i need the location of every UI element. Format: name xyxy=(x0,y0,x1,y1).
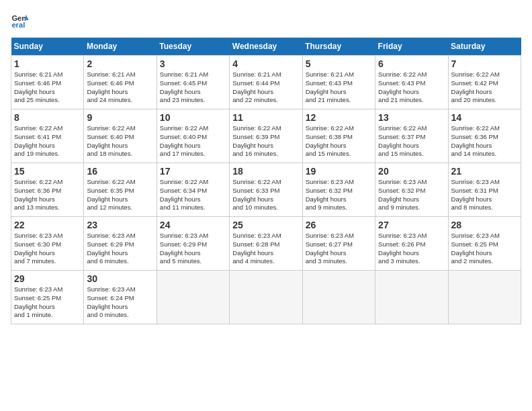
day-header: Saturday xyxy=(448,38,521,56)
day-number: 5 xyxy=(306,58,372,69)
cell-info: Sunrise: 6:21 AMSunset: 6:44 PMDaylight … xyxy=(232,71,281,103)
calendar-cell: 26 Sunrise: 6:23 AMSunset: 6:27 PMDaylig… xyxy=(302,217,375,271)
cell-info: Sunrise: 6:22 AMSunset: 6:38 PMDaylight … xyxy=(306,124,354,157)
day-header: Friday xyxy=(375,38,448,56)
calendar-week: 29 Sunrise: 6:23 AMSunset: 6:25 PMDaylig… xyxy=(11,271,521,324)
calendar-cell: 27 Sunrise: 6:23 AMSunset: 6:26 PMDaylig… xyxy=(375,217,448,271)
cell-info: Sunrise: 6:23 AMSunset: 6:27 PMDaylight … xyxy=(306,232,354,265)
svg-text:eral: eral xyxy=(11,21,25,29)
day-number: 8 xyxy=(14,112,81,123)
day-number: 12 xyxy=(306,112,372,123)
calendar-cell: 13 Sunrise: 6:22 AMSunset: 6:37 PMDaylig… xyxy=(375,109,448,163)
day-number: 28 xyxy=(451,220,518,230)
calendar-cell: 30 Sunrise: 6:23 AMSunset: 6:24 PMDaylig… xyxy=(84,271,157,324)
calendar-cell: 20 Sunrise: 6:23 AMSunset: 6:32 PMDaylig… xyxy=(375,163,448,217)
day-number: 20 xyxy=(378,166,445,177)
calendar-cell: 22 Sunrise: 6:23 AMSunset: 6:30 PMDaylig… xyxy=(11,217,84,271)
calendar-week: 22 Sunrise: 6:23 AMSunset: 6:30 PMDaylig… xyxy=(11,217,521,271)
calendar-week: 15 Sunrise: 6:22 AMSunset: 6:36 PMDaylig… xyxy=(11,163,521,217)
cell-info: Sunrise: 6:23 AMSunset: 6:28 PMDaylight … xyxy=(232,232,281,265)
day-number: 11 xyxy=(232,112,299,123)
day-number: 14 xyxy=(451,112,518,123)
cell-info: Sunrise: 6:21 AMSunset: 6:46 PMDaylight … xyxy=(14,71,62,103)
day-number: 2 xyxy=(87,58,153,69)
cell-info: Sunrise: 6:22 AMSunset: 6:37 PMDaylight … xyxy=(378,124,427,157)
calendar-cell: 19 Sunrise: 6:23 AMSunset: 6:32 PMDaylig… xyxy=(302,163,375,217)
day-number: 27 xyxy=(378,220,445,230)
calendar-cell: 1 Sunrise: 6:21 AMSunset: 6:46 PMDayligh… xyxy=(11,56,84,109)
calendar-cell: 28 Sunrise: 6:23 AMSunset: 6:25 PMDaylig… xyxy=(448,217,521,271)
cell-info: Sunrise: 6:22 AMSunset: 6:43 PMDaylight … xyxy=(378,71,427,103)
calendar-cell: 12 Sunrise: 6:22 AMSunset: 6:38 PMDaylig… xyxy=(302,109,375,163)
calendar-cell: 25 Sunrise: 6:23 AMSunset: 6:28 PMDaylig… xyxy=(230,217,302,271)
calendar-cell: 16 Sunrise: 6:22 AMSunset: 6:35 PMDaylig… xyxy=(84,163,157,217)
calendar-cell: 17 Sunrise: 6:22 AMSunset: 6:34 PMDaylig… xyxy=(157,163,229,217)
day-number: 25 xyxy=(232,220,299,230)
day-number: 6 xyxy=(378,58,445,69)
day-number: 13 xyxy=(378,112,445,123)
cell-info: Sunrise: 6:21 AMSunset: 6:43 PMDaylight … xyxy=(306,71,354,103)
day-number: 4 xyxy=(232,58,299,69)
calendar-week: 8 Sunrise: 6:22 AMSunset: 6:41 PMDayligh… xyxy=(11,109,521,163)
cell-info: Sunrise: 6:22 AMSunset: 6:42 PMDaylight … xyxy=(451,71,500,103)
day-number: 22 xyxy=(14,220,81,230)
day-number: 3 xyxy=(160,58,226,69)
day-number: 10 xyxy=(160,112,226,123)
cell-info: Sunrise: 6:21 AMSunset: 6:45 PMDaylight … xyxy=(160,71,208,103)
cell-info: Sunrise: 6:23 AMSunset: 6:24 PMDaylight … xyxy=(87,285,135,318)
cell-info: Sunrise: 6:23 AMSunset: 6:29 PMDaylight … xyxy=(87,232,135,265)
calendar-cell: 4 Sunrise: 6:21 AMSunset: 6:44 PMDayligh… xyxy=(230,56,302,109)
day-number: 16 xyxy=(87,166,153,177)
calendar-cell: 24 Sunrise: 6:23 AMSunset: 6:29 PMDaylig… xyxy=(157,217,229,271)
day-header: Thursday xyxy=(302,38,375,56)
logo: Gen eral xyxy=(11,11,32,30)
day-number: 21 xyxy=(451,166,518,177)
day-number: 9 xyxy=(87,112,153,123)
calendar-cell: 11 Sunrise: 6:22 AMSunset: 6:39 PMDaylig… xyxy=(230,109,302,163)
day-header: Wednesday xyxy=(230,38,302,56)
calendar-cell xyxy=(302,271,375,324)
calendar-cell: 7 Sunrise: 6:22 AMSunset: 6:42 PMDayligh… xyxy=(448,56,521,109)
calendar-cell xyxy=(157,271,229,324)
day-number: 7 xyxy=(451,58,518,69)
day-number: 24 xyxy=(160,220,226,230)
day-number: 15 xyxy=(14,166,81,177)
calendar-cell: 9 Sunrise: 6:22 AMSunset: 6:40 PMDayligh… xyxy=(84,109,157,163)
day-header: Monday xyxy=(84,38,157,56)
day-number: 23 xyxy=(87,220,153,230)
calendar-cell xyxy=(448,271,521,324)
calendar-cell xyxy=(375,271,448,324)
cell-info: Sunrise: 6:22 AMSunset: 6:34 PMDaylight … xyxy=(160,178,208,211)
cell-info: Sunrise: 6:23 AMSunset: 6:26 PMDaylight … xyxy=(378,232,427,265)
calendar-cell: 5 Sunrise: 6:21 AMSunset: 6:43 PMDayligh… xyxy=(302,56,375,109)
cell-info: Sunrise: 6:23 AMSunset: 6:32 PMDaylight … xyxy=(378,178,427,211)
calendar-cell: 21 Sunrise: 6:23 AMSunset: 6:31 PMDaylig… xyxy=(448,163,521,217)
cell-info: Sunrise: 6:23 AMSunset: 6:25 PMDaylight … xyxy=(451,232,500,265)
day-number: 1 xyxy=(14,58,81,69)
cell-info: Sunrise: 6:23 AMSunset: 6:31 PMDaylight … xyxy=(451,178,500,211)
cell-info: Sunrise: 6:22 AMSunset: 6:36 PMDaylight … xyxy=(451,124,500,157)
day-header: Tuesday xyxy=(157,38,229,56)
cell-info: Sunrise: 6:23 AMSunset: 6:30 PMDaylight … xyxy=(14,232,62,265)
calendar-week: 1 Sunrise: 6:21 AMSunset: 6:46 PMDayligh… xyxy=(11,56,521,109)
calendar-cell: 23 Sunrise: 6:23 AMSunset: 6:29 PMDaylig… xyxy=(84,217,157,271)
day-header: Sunday xyxy=(11,38,84,56)
calendar-cell: 14 Sunrise: 6:22 AMSunset: 6:36 PMDaylig… xyxy=(448,109,521,163)
day-number: 26 xyxy=(306,220,372,230)
cell-info: Sunrise: 6:22 AMSunset: 6:33 PMDaylight … xyxy=(232,178,281,211)
calendar-cell: 29 Sunrise: 6:23 AMSunset: 6:25 PMDaylig… xyxy=(11,271,84,324)
calendar-table: SundayMondayTuesdayWednesdayThursdayFrid… xyxy=(11,38,521,324)
day-number: 30 xyxy=(87,273,153,284)
calendar-cell: 15 Sunrise: 6:22 AMSunset: 6:36 PMDaylig… xyxy=(11,163,84,217)
day-number: 17 xyxy=(160,166,226,177)
calendar-cell: 10 Sunrise: 6:22 AMSunset: 6:40 PMDaylig… xyxy=(157,109,229,163)
day-number: 19 xyxy=(306,166,372,177)
cell-info: Sunrise: 6:23 AMSunset: 6:32 PMDaylight … xyxy=(306,178,354,211)
day-number: 29 xyxy=(14,273,81,284)
logo-icon: Gen eral xyxy=(11,11,30,30)
cell-info: Sunrise: 6:22 AMSunset: 6:35 PMDaylight … xyxy=(87,178,135,211)
calendar-cell: 8 Sunrise: 6:22 AMSunset: 6:41 PMDayligh… xyxy=(11,109,84,163)
calendar-cell: 6 Sunrise: 6:22 AMSunset: 6:43 PMDayligh… xyxy=(375,56,448,109)
cell-info: Sunrise: 6:22 AMSunset: 6:39 PMDaylight … xyxy=(232,124,281,157)
page-header: Gen eral xyxy=(11,11,521,30)
